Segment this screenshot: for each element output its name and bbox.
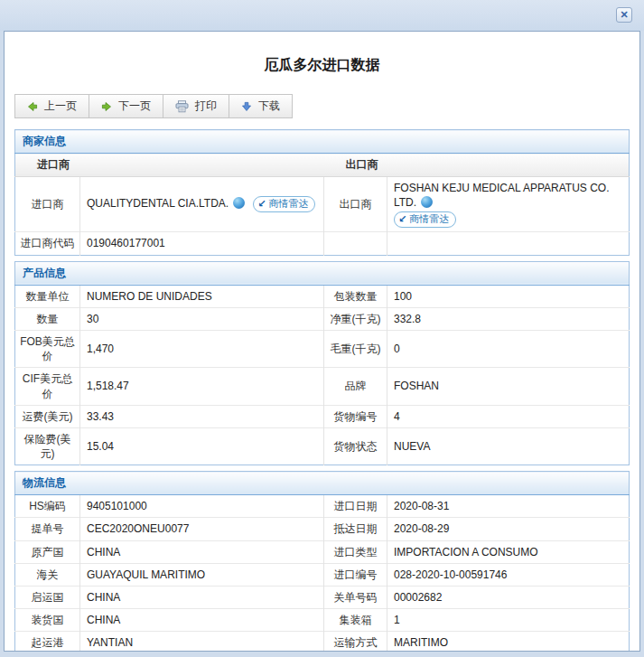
field-value-text: 0190460177001 xyxy=(87,237,165,249)
field-value-text: 30 xyxy=(87,313,98,325)
field-value: IMPORTACION A CONSUMO xyxy=(387,540,630,563)
table-row: FOB美元总价1,470毛重(千克)0 xyxy=(15,330,630,367)
field-value-text: 028-2020-10-00591746 xyxy=(394,568,507,581)
field-label: 运输方式 xyxy=(324,632,387,652)
field-label: 进口编号 xyxy=(324,563,387,586)
table-row: 运费(美元)33.43货物编号4 xyxy=(15,405,630,427)
page-title: 厄瓜多尔进口数据 xyxy=(14,56,630,75)
radar-badge-label: 商情雷达 xyxy=(409,212,449,226)
field-value: 1 xyxy=(387,609,630,632)
field-label: 进口商代码 xyxy=(15,232,80,255)
section-logistics-table: 物流信息HS编码9405101000进口日期2020-08-31提单号CEC20… xyxy=(14,471,630,652)
field-label: 进口商 xyxy=(15,177,80,232)
field-value: 0 xyxy=(387,330,630,367)
field-label: 数量单位 xyxy=(15,285,80,307)
field-value: 332.8 xyxy=(387,307,630,330)
badge-line: ↙商情雷达 xyxy=(394,211,622,228)
toolbar-button-label: 下载 xyxy=(258,99,280,114)
field-value: GUAYAQUIL MARITIMO xyxy=(80,563,324,586)
field-value: NUEVA xyxy=(387,427,630,465)
field-label: CIF美元总价 xyxy=(15,368,80,405)
field-value: FOSHAN KEJU MEDICAL APPARATUS CO. LTD.↙商… xyxy=(387,177,630,232)
field-value-text: GUAYAQUIL MARITIMO xyxy=(87,568,205,581)
toolbar: 上一页下一页打印下载 xyxy=(14,94,630,118)
field-label: 品牌 xyxy=(324,368,387,405)
table-row: 原产国CHINA进口类型IMPORTACION A CONSUMO xyxy=(15,540,630,563)
section-title: 产品信息 xyxy=(15,261,630,285)
field-label xyxy=(324,232,387,255)
field-value: NUMERO DE UNIDADES xyxy=(80,285,324,307)
section-title: 商家信息 xyxy=(15,130,630,154)
field-value-text: 1 xyxy=(394,614,400,626)
toolbar-button-1[interactable]: 上一页 xyxy=(14,94,89,118)
radar-badge[interactable]: ↙商情雷达 xyxy=(394,211,456,228)
table-row: 启运国CHINA关单号码00002682 xyxy=(15,587,630,609)
field-label: 集装箱 xyxy=(324,609,387,632)
section-product-table: 产品信息数量单位NUMERO DE UNIDADES包装数量100数量30净重(… xyxy=(14,261,630,466)
toolbar-button-4[interactable]: 下载 xyxy=(229,94,293,118)
field-value-text: IMPORTACION A CONSUMO xyxy=(394,546,538,558)
field-label: 抵达日期 xyxy=(324,518,387,540)
field-value: CHINA xyxy=(80,587,324,609)
column-group-header: 出口商 xyxy=(324,154,630,177)
radar-badge[interactable]: ↙商情雷达 xyxy=(253,196,315,212)
table-row: 海关GUAYAQUIL MARITIMO进口编号028-2020-10-0059… xyxy=(15,563,630,586)
field-value: 0190460177001 xyxy=(80,232,324,255)
field-label: 关单号码 xyxy=(324,587,387,609)
field-value-text: FOSHAN xyxy=(394,380,439,392)
field-value xyxy=(387,232,630,255)
table-row: CIF美元总价1,518.47品牌FOSHAN xyxy=(15,368,630,405)
field-value-text: CEC2020ONEU0077 xyxy=(87,522,189,535)
globe-icon[interactable] xyxy=(421,196,433,208)
field-value: YANTIAN xyxy=(80,632,324,652)
section-merchant-table: 商家信息进口商出口商进口商QUALITYDENTAL CIA.LTDA.↙商情雷… xyxy=(14,129,630,256)
radar-arrow-icon: ↙ xyxy=(257,197,266,211)
field-value: 15.04 xyxy=(80,427,324,465)
table-row: 起运港YANTIAN运输方式MARITIMO xyxy=(15,632,630,652)
field-label: 提单号 xyxy=(15,518,80,540)
section-title: 物流信息 xyxy=(15,472,630,495)
globe-icon[interactable] xyxy=(233,197,245,209)
arrow-right-green-icon xyxy=(101,101,112,112)
field-value: 00002682 xyxy=(387,587,630,609)
field-label: 毛重(千克) xyxy=(324,330,387,367)
field-label: 起运港 xyxy=(15,632,80,652)
radar-arrow-icon: ↙ xyxy=(398,212,406,226)
field-label: HS编码 xyxy=(15,495,80,518)
sections: 商家信息进口商出口商进口商QUALITYDENTAL CIA.LTDA.↙商情雷… xyxy=(14,129,630,652)
table-row: 保险费(美元)15.04货物状态NUEVA xyxy=(15,427,630,465)
field-label: 净重(千克) xyxy=(324,307,387,330)
field-value: 028-2020-10-00591746 xyxy=(387,563,630,586)
field-label: 包装数量 xyxy=(324,285,387,307)
field-value: 9405101000 xyxy=(80,495,324,518)
table-row: 提单号CEC2020ONEU0077抵达日期2020-08-29 xyxy=(15,518,630,540)
table-row: 数量30净重(千克)332.8 xyxy=(15,307,630,330)
field-value: QUALITYDENTAL CIA.LTDA.↙商情雷达 xyxy=(80,177,324,232)
toolbar-button-2[interactable]: 下一页 xyxy=(89,94,163,118)
field-label: 进口类型 xyxy=(324,540,387,563)
toolbar-button-3[interactable]: 打印 xyxy=(163,94,229,118)
field-value-text: YANTIAN xyxy=(87,636,133,649)
arrow-down-blue-icon xyxy=(241,101,252,112)
field-label: 货物编号 xyxy=(324,405,387,427)
close-icon[interactable]: ✕ xyxy=(616,7,632,23)
field-value: 30 xyxy=(80,307,324,330)
field-label: 保险费(美元) xyxy=(15,427,80,465)
field-value: 4 xyxy=(387,405,630,427)
field-label: 原产国 xyxy=(15,540,80,563)
field-label: 装货国 xyxy=(15,609,80,632)
field-value-text: 0 xyxy=(394,343,400,355)
field-value: MARITIMO xyxy=(387,632,630,652)
table-row: 进口商QUALITYDENTAL CIA.LTDA.↙商情雷达出口商FOSHAN… xyxy=(15,177,630,232)
field-label: 出口商 xyxy=(324,177,387,232)
toolbar-button-label: 打印 xyxy=(195,99,217,114)
table-row: 数量单位NUMERO DE UNIDADES包装数量100 xyxy=(15,285,630,307)
column-group-header: 进口商 xyxy=(15,154,324,177)
printer-icon xyxy=(175,100,189,113)
table-row: 装货国CHINA集装箱1 xyxy=(15,609,630,632)
field-value-text: CHINA xyxy=(87,591,120,604)
field-value: 100 xyxy=(387,285,630,307)
field-value: CEC2020ONEU0077 xyxy=(80,518,324,540)
table-row: 进口商代码0190460177001 xyxy=(15,232,630,255)
field-value-text: 00002682 xyxy=(394,591,442,604)
